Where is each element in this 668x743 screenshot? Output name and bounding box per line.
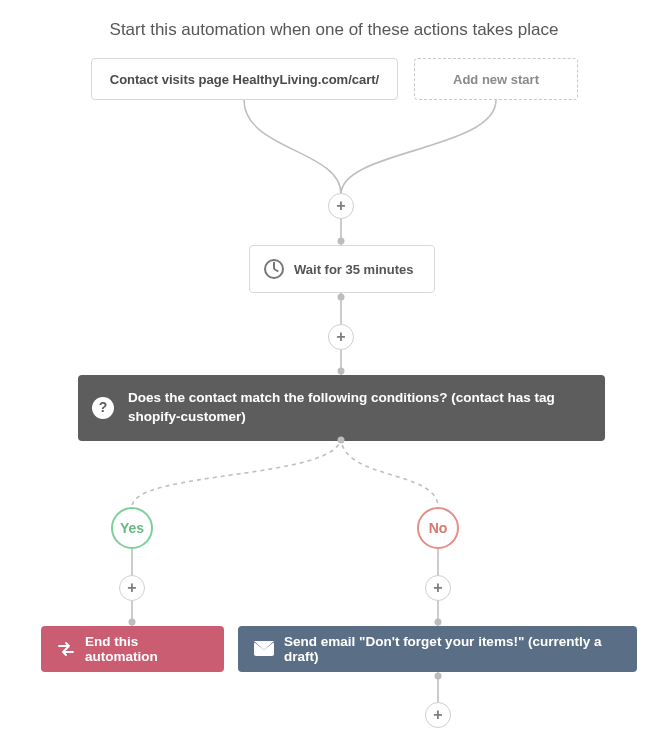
connector-dot bbox=[338, 368, 345, 375]
connector-dot bbox=[338, 294, 345, 301]
add-step-button[interactable]: + bbox=[425, 702, 451, 728]
wait-step-card[interactable]: Wait for 35 minutes bbox=[249, 245, 435, 293]
start-trigger-label: Contact visits page HealthyLiving.com/ca… bbox=[110, 72, 379, 87]
add-step-button[interactable]: + bbox=[119, 575, 145, 601]
help-icon: ? bbox=[92, 397, 114, 419]
connector-dot bbox=[435, 673, 442, 680]
add-step-button[interactable]: + bbox=[425, 575, 451, 601]
add-step-button[interactable]: + bbox=[328, 193, 354, 219]
connector-dot bbox=[435, 619, 442, 626]
send-email-card[interactable]: Send email "Don't forget your items!" (c… bbox=[238, 626, 637, 672]
condition-card[interactable]: ? Does the contact match the following c… bbox=[78, 375, 605, 441]
clock-icon bbox=[264, 259, 284, 279]
connector-dot bbox=[338, 437, 345, 444]
wait-step-label: Wait for 35 minutes bbox=[294, 262, 413, 277]
end-automation-card[interactable]: End this automation bbox=[41, 626, 224, 672]
condition-text: Does the contact match the following con… bbox=[128, 390, 555, 424]
end-automation-label: End this automation bbox=[85, 634, 208, 664]
start-trigger-card[interactable]: Contact visits page HealthyLiving.com/ca… bbox=[91, 58, 398, 100]
branch-no-pill: No bbox=[417, 507, 459, 549]
connector-dot bbox=[338, 238, 345, 245]
branch-yes-pill: Yes bbox=[111, 507, 153, 549]
cycle-icon bbox=[57, 642, 75, 656]
branch-yes-label: Yes bbox=[120, 520, 144, 536]
add-step-button[interactable]: + bbox=[328, 324, 354, 350]
add-new-start-button[interactable]: Add new start bbox=[414, 58, 578, 100]
send-email-label: Send email "Don't forget your items!" (c… bbox=[284, 634, 621, 664]
connector-dot bbox=[129, 619, 136, 626]
branch-no-label: No bbox=[429, 520, 448, 536]
automation-heading: Start this automation when one of these … bbox=[0, 20, 668, 40]
add-new-start-label: Add new start bbox=[453, 72, 539, 87]
envelope-icon bbox=[254, 642, 274, 656]
